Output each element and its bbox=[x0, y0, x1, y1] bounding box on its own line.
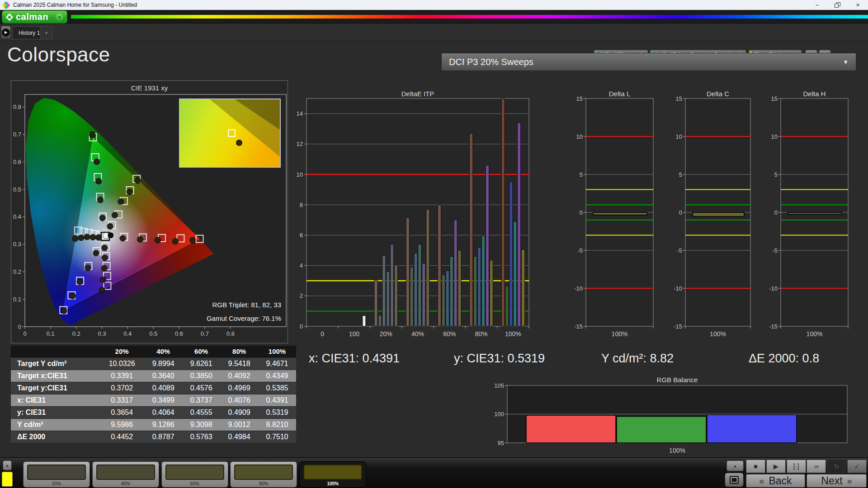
svg-text:100%: 100% bbox=[669, 447, 685, 454]
transport-up-button[interactable]: ▲ bbox=[726, 460, 744, 471]
measured-point bbox=[70, 293, 75, 299]
table-cell: 0.8787 bbox=[144, 431, 182, 443]
delta-l-chart: 151050-5-10-15100% bbox=[571, 89, 656, 343]
deltae-bar bbox=[378, 315, 382, 326]
measured-point bbox=[101, 265, 107, 271]
svg-text:0.4: 0.4 bbox=[123, 330, 132, 337]
measured-point bbox=[137, 236, 143, 242]
svg-text:-15: -15 bbox=[574, 323, 583, 330]
patch-list-up-button[interactable]: ▲ bbox=[3, 460, 12, 470]
confirm-button[interactable]: ✓ bbox=[847, 460, 867, 473]
svg-text:0: 0 bbox=[321, 330, 324, 338]
measured-point bbox=[85, 265, 91, 271]
deltae-bar bbox=[446, 271, 449, 326]
add-tab-button[interactable]: + bbox=[40, 26, 52, 39]
chevrons-right-icon: » bbox=[847, 476, 852, 486]
deltae-bar bbox=[387, 272, 390, 326]
tab-scroll-button[interactable]: ▶ bbox=[1, 26, 11, 39]
back-button[interactable]: « Back bbox=[746, 474, 805, 488]
svg-text:0.2: 0.2 bbox=[13, 268, 21, 275]
pattern-icon: [·] bbox=[793, 463, 799, 470]
stop-button[interactable]: ■ bbox=[746, 460, 765, 473]
measured-point bbox=[96, 235, 102, 240]
table-cell: 9.0012 bbox=[220, 418, 258, 431]
calman-menu-button[interactable]: calman ▼ bbox=[2, 10, 67, 23]
calman-logo-icon bbox=[6, 13, 14, 21]
measured-point bbox=[112, 212, 118, 218]
svg-text:-10: -10 bbox=[574, 285, 583, 292]
svg-text:100%: 100% bbox=[807, 330, 823, 338]
measured-point bbox=[236, 140, 242, 146]
swatch-label: 80% bbox=[231, 481, 297, 486]
table-cell: 0.5319 bbox=[258, 406, 296, 418]
logo-row: calman ▼ bbox=[0, 10, 868, 24]
table-cell: 0.4984 bbox=[220, 431, 258, 443]
deltae-itp-chart: 010020%40%60%80%100%14121086420 bbox=[293, 89, 565, 343]
svg-text:0.1: 0.1 bbox=[47, 330, 55, 337]
column-header: 60% bbox=[182, 346, 220, 357]
patch-swatch-60%[interactable]: 60% bbox=[161, 461, 228, 488]
deltae-bar bbox=[478, 247, 481, 326]
table-row: Y cd/m²9.59869.12869.30989.00128.8210 bbox=[11, 418, 296, 431]
pattern-button[interactable]: [·] bbox=[787, 460, 806, 473]
patch-swatch-100%[interactable]: 100% bbox=[299, 461, 366, 488]
table-cell: 0.4349 bbox=[258, 370, 296, 382]
close-button[interactable]: × bbox=[848, 0, 868, 10]
svg-text:100%: 100% bbox=[505, 330, 521, 338]
svg-text:-5: -5 bbox=[577, 247, 583, 254]
continuous-button[interactable]: ∞ bbox=[807, 460, 826, 473]
measure-stop-button[interactable] bbox=[725, 473, 744, 487]
app-window: Calman 2025 Calman Home for Samsung - Un… bbox=[0, 0, 868, 488]
row-label: x: CIE31 bbox=[11, 394, 99, 406]
refresh-button[interactable]: ↻ bbox=[827, 460, 846, 473]
deltae-bar bbox=[363, 316, 366, 327]
column-header: 40% bbox=[144, 346, 182, 357]
row-label: Y cd/m² bbox=[11, 418, 99, 431]
svg-text:0.6: 0.6 bbox=[175, 330, 183, 337]
arrow-right-icon: ▶ bbox=[2, 28, 10, 37]
table-cell: 9.6261 bbox=[182, 357, 220, 370]
readout-2: y: CIE31: 0.5319 bbox=[454, 352, 545, 366]
play-button[interactable]: ▶ bbox=[766, 460, 786, 473]
minimize-button[interactable]: − bbox=[807, 0, 827, 10]
table-cell: 0.3317 bbox=[99, 394, 144, 406]
svg-text:80%: 80% bbox=[475, 330, 488, 338]
table-cell: 0.3654 bbox=[99, 406, 144, 418]
svg-text:0.6: 0.6 bbox=[13, 159, 21, 165]
rgb-balance-bar-green bbox=[617, 417, 706, 443]
svg-text:-10: -10 bbox=[674, 285, 682, 292]
patch-swatch-20%[interactable]: 20% bbox=[23, 461, 90, 488]
svg-text:10: 10 bbox=[771, 133, 778, 140]
svg-text:5: 5 bbox=[679, 171, 682, 178]
deltae-bar bbox=[490, 260, 493, 326]
readout-1: x: CIE31: 0.4391 bbox=[309, 352, 400, 366]
continuous-icon: ∞ bbox=[814, 463, 819, 470]
table-header-row: 20%40%60%80%100% bbox=[11, 346, 296, 357]
table-cell: 9.5986 bbox=[99, 418, 144, 431]
chevron-down-icon[interactable]: ▼ bbox=[56, 14, 63, 21]
table-row: Target x:CIE310.33910.36400.38500.40920.… bbox=[11, 370, 296, 382]
table-row: Target Y cd/m²10.03269.89949.62619.54189… bbox=[11, 357, 296, 370]
tab-bar: ▶ History 1 + X-Rite i1Display OEM Plasm… bbox=[0, 24, 868, 41]
table-cell: 0.4909 bbox=[220, 406, 258, 418]
svg-text:100: 100 bbox=[494, 411, 504, 418]
deltae-bar bbox=[454, 220, 457, 326]
svg-text:100: 100 bbox=[349, 330, 360, 338]
deltae-bar bbox=[418, 244, 421, 326]
svg-text:0.8: 0.8 bbox=[226, 330, 235, 337]
black-measured-point bbox=[108, 232, 113, 238]
table-cell: 0.4089 bbox=[144, 382, 182, 394]
patch-swatch-80%[interactable]: 80% bbox=[230, 461, 297, 488]
patch-swatch-40%[interactable]: 40% bbox=[92, 461, 159, 488]
table-cell: 0.4555 bbox=[182, 406, 220, 418]
table-cell: 0.4576 bbox=[182, 382, 220, 394]
next-button[interactable]: Next » bbox=[807, 474, 867, 488]
deltae-bar bbox=[414, 253, 417, 326]
deltae-bar bbox=[426, 209, 429, 326]
layout-dropdown[interactable]: DCI P3 20% Sweeps ▼ bbox=[441, 53, 856, 71]
swatch-color-chip bbox=[165, 465, 224, 480]
deltae-bar bbox=[442, 275, 445, 326]
restore-button[interactable] bbox=[827, 0, 848, 10]
row-label: Target x:CIE31 bbox=[11, 370, 99, 382]
measured-point bbox=[155, 237, 160, 243]
